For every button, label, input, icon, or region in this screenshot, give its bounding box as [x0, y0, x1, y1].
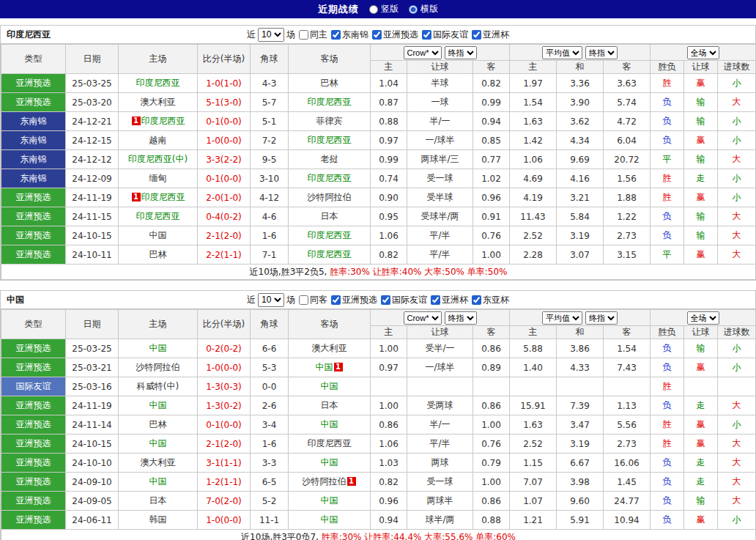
filter-competition[interactable]: 国际友谊: [381, 294, 427, 306]
avg-odds-cell: 3.47: [557, 415, 604, 434]
filter-same-venue[interactable]: 同主: [299, 29, 327, 41]
date-cell: 24-12-15: [66, 131, 119, 150]
summary-rates: 胜率:30% 让胜率:44.4% 大率:55.6% 单率:60%: [322, 532, 516, 540]
date-cell: 24-10-15: [66, 434, 119, 454]
view-radio-label: 横版: [420, 3, 438, 15]
competition-checkbox[interactable]: [422, 30, 431, 40]
competition-checkbox[interactable]: [472, 295, 481, 305]
filter-competition[interactable]: 亚洲预选: [331, 294, 377, 306]
competition-checkbox[interactable]: [381, 295, 390, 305]
avg-odds-cell: 1.56: [604, 169, 651, 188]
filter-competition[interactable]: 东南锦: [331, 29, 368, 41]
result-cell: 输: [684, 150, 718, 169]
team-name: 中国: [7, 294, 24, 306]
result-cell: 走: [684, 454, 718, 473]
avg-source-select[interactable]: 平均值: [542, 311, 582, 325]
sub-header: 让球: [684, 326, 718, 339]
odds-cell: 0.85: [473, 131, 510, 150]
odds-cell: 1.03: [371, 454, 407, 473]
avg-odds-cell: 1.07: [510, 492, 557, 511]
result-cell: [684, 377, 718, 396]
competition-checkbox[interactable]: [431, 295, 440, 305]
odds-source-select[interactable]: Crow*: [404, 311, 442, 325]
odds-cell: 0.82: [473, 74, 510, 93]
team-name: 印度尼西亚: [7, 29, 51, 41]
competition-cell: 东南锦: [1, 131, 66, 150]
match-row: 亚洲预选24-11-15印度尼西亚0-4(0-2)4-6日本0.95受球半/两0…: [1, 207, 756, 226]
odds-cell: 平/半: [407, 226, 473, 245]
odds-stage-select[interactable]: 终指: [445, 46, 477, 59]
home-team-cell: 沙特阿拉伯: [119, 358, 198, 377]
sub-header: 主: [510, 326, 557, 339]
filter-competition[interactable]: 亚洲杯: [431, 294, 468, 306]
away-team-cell: 沙特阿拉伯1: [289, 473, 371, 492]
recent-count-select[interactable]: 10: [258, 293, 284, 307]
result-cell: 大: [718, 473, 756, 492]
avg-stage-select[interactable]: 终指: [585, 311, 618, 325]
match-row: 东南锦24-12-12印度尼西亚(中)3-3(2-2)9-5老挝0.99两球半/…: [1, 150, 756, 169]
competition-label: 亚洲预选: [342, 294, 377, 306]
view-radio-input[interactable]: [409, 5, 418, 14]
avg-odds-cell: 3.90: [557, 93, 604, 112]
view-radio-input[interactable]: [369, 5, 378, 14]
result-cell: 负: [651, 131, 684, 150]
result-cell: 走: [684, 396, 718, 415]
result-cell: 大: [718, 434, 756, 454]
corner-cell: 1-6: [251, 434, 289, 454]
result-cell: 胜: [651, 415, 684, 434]
avg-odds-cell: 7.07: [510, 473, 557, 492]
avg-source-select[interactable]: 平均值: [542, 46, 582, 59]
odds-source-select[interactable]: Crow*: [404, 46, 442, 59]
competition-cell: 亚洲预选: [1, 245, 66, 265]
competition-checkbox[interactable]: [372, 30, 382, 40]
avg-odds-cell: 5.84: [557, 207, 604, 226]
avg-stage-select[interactable]: 终指: [585, 46, 618, 59]
same-venue-checkbox[interactable]: [299, 295, 308, 305]
recent-count-select[interactable]: 10: [258, 28, 284, 42]
team-label: 印度尼西亚: [308, 97, 352, 107]
odds-cell: 0.88: [371, 112, 407, 131]
team-label: 中国: [149, 400, 167, 410]
home-team-cell: 1印度尼西亚: [119, 188, 198, 207]
away-team-cell: 老挝: [289, 150, 371, 169]
odds-cell: 1.06: [371, 226, 407, 245]
filter-same-venue[interactable]: 同客: [299, 294, 327, 306]
competition-checkbox[interactable]: [331, 30, 341, 40]
result-cell: 输: [684, 226, 718, 245]
filter-competition[interactable]: 东亚杯: [472, 294, 509, 306]
date-cell: 24-11-19: [66, 188, 119, 207]
score-cell: 2-1(2-0): [198, 434, 251, 454]
date-cell: 24-09-05: [66, 492, 119, 511]
competition-cell: 亚洲预选: [1, 415, 66, 434]
filter-competition[interactable]: 国际友谊: [422, 29, 468, 41]
avg-odds-cell: 1.54: [604, 339, 651, 358]
scope-select[interactable]: 全场: [687, 311, 719, 325]
team-label: 中国: [149, 438, 167, 448]
result-cell: 赢: [684, 511, 718, 530]
filter-competition[interactable]: 亚洲杯: [472, 29, 509, 41]
result-cell: 平: [651, 245, 684, 265]
odds-cell: 受半球: [407, 188, 473, 207]
result-cell: 大: [718, 492, 756, 511]
odds-cell: 0.87: [371, 93, 407, 112]
competition-cell: 亚洲预选: [1, 207, 66, 226]
competition-checkbox[interactable]: [472, 30, 481, 40]
result-cell: 负: [651, 112, 684, 131]
same-venue-checkbox[interactable]: [299, 30, 308, 40]
date-cell: 24-12-21: [66, 112, 119, 131]
scope-select[interactable]: 全场: [687, 46, 719, 59]
filter-competition[interactable]: 亚洲预选: [372, 29, 418, 41]
matches-label: 场: [286, 29, 295, 41]
view-radio-vertical[interactable]: 竖版: [369, 3, 399, 15]
team-label: 巴林: [149, 419, 167, 429]
view-radio-horizontal[interactable]: 横版: [409, 3, 438, 15]
corner-cell: 6-5: [251, 473, 289, 492]
result-cell: 赢: [684, 434, 718, 454]
odds-stage-select[interactable]: 终指: [445, 311, 477, 325]
competition-cell: 亚洲预选: [1, 93, 66, 112]
corner-cell: 7-1: [251, 245, 289, 265]
sub-header: 进球数: [718, 326, 756, 339]
result-cell: 大: [718, 150, 756, 169]
home-team-cell: 科威特(中): [119, 377, 198, 396]
competition-checkbox[interactable]: [331, 295, 341, 305]
